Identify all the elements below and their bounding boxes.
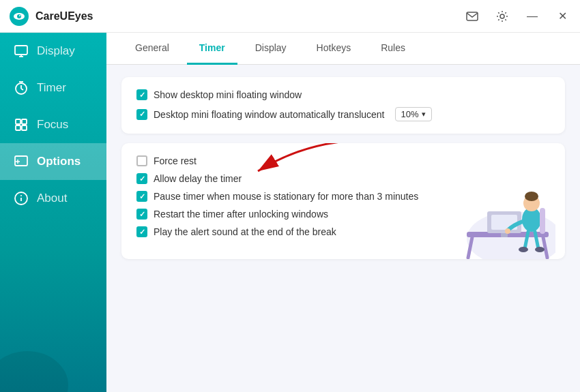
svg-rect-35 (540, 208, 545, 234)
minimize-button[interactable]: — (523, 7, 542, 26)
timer-icon (14, 80, 29, 95)
svg-point-33 (525, 192, 538, 201)
tab-general[interactable]: General (123, 33, 182, 65)
focus-icon (14, 117, 29, 132)
sidebar-item-options[interactable]: Options (0, 143, 106, 180)
label-pause-stationary: Pause timer when mouse is stationary for… (154, 191, 418, 202)
logo-icon (8, 5, 30, 27)
app-title: CareUEyes (35, 10, 93, 22)
svg-point-34 (505, 228, 510, 234)
svg-line-11 (21, 89, 23, 90)
content-area: General Timer Display Hotkeys Rules Show… (106, 33, 580, 392)
display-icon (14, 44, 29, 59)
svg-rect-30 (501, 233, 508, 237)
checkbox-mini-window[interactable] (136, 89, 147, 100)
panel: Show desktop mini floating window Deskto… (106, 65, 580, 392)
tab-rules[interactable]: Rules (368, 33, 418, 65)
tab-hotkeys[interactable]: Hotkeys (304, 33, 364, 65)
label-force-rest: Force rest (154, 155, 197, 166)
settings-button[interactable] (493, 7, 512, 26)
label-translucent: Desktop mini floating window automatical… (154, 109, 385, 120)
sidebar-item-display[interactable]: Display (0, 33, 106, 70)
tab-display[interactable]: Display (243, 33, 299, 65)
svg-point-3 (19, 15, 20, 16)
dropdown-arrow-icon: ▾ (422, 110, 426, 119)
options-icon (14, 154, 29, 169)
sidebar-label-focus: Focus (37, 118, 68, 132)
checkbox-allow-delay[interactable] (136, 173, 147, 184)
checkbox-translucent[interactable] (136, 109, 147, 120)
svg-rect-14 (22, 119, 27, 124)
svg-rect-13 (16, 119, 20, 124)
card-floating-window: Show desktop mini floating window Deskto… (121, 77, 565, 134)
main-layout: Display Timer Focus (0, 33, 580, 392)
svg-rect-15 (16, 125, 20, 130)
svg-point-39 (535, 247, 545, 252)
illustration-person-desk (412, 170, 555, 259)
svg-point-38 (519, 247, 528, 252)
sidebar-item-about[interactable]: About (0, 180, 106, 217)
label-restart-unlock: Restart the timer after unlocking window… (154, 209, 328, 220)
sidebar-item-focus[interactable]: Focus (0, 106, 106, 143)
app-logo: CareUEyes (8, 5, 93, 27)
sidebar-label-timer: Timer (37, 81, 66, 95)
checkbox-alert-sound[interactable] (136, 226, 147, 237)
checkbox-restart-unlock[interactable] (136, 209, 147, 220)
sidebar-label-about: About (37, 192, 67, 205)
tab-timer[interactable]: Timer (187, 33, 237, 65)
checkbox-pause-stationary[interactable] (136, 191, 147, 202)
svg-point-22 (20, 195, 22, 196)
checkbox-row-translucent: Desktop mini floating window automatical… (136, 107, 550, 121)
translucent-value: 10% (401, 109, 419, 119)
sidebar-label-display: Display (37, 44, 75, 58)
close-button[interactable]: ✕ (553, 7, 572, 26)
svg-point-5 (500, 14, 504, 18)
card-timer-options: Force rest Allow delay the timer Pause t… (121, 143, 565, 259)
svg-rect-6 (15, 46, 27, 55)
svg-rect-17 (15, 156, 27, 166)
label-mini-window: Show desktop mini floating window (154, 89, 302, 100)
label-alert-sound: Play the alert sound at the end of the b… (154, 226, 336, 237)
svg-point-2 (17, 14, 21, 18)
checkbox-row-force-rest: Force rest (136, 155, 550, 166)
sidebar-label-options: Options (37, 155, 81, 168)
window-controls: — ✕ (463, 7, 572, 26)
svg-rect-4 (467, 12, 478, 20)
translucent-dropdown[interactable]: 10% ▾ (395, 107, 432, 121)
title-bar: CareUEyes — ✕ (0, 0, 580, 33)
about-icon (14, 191, 29, 206)
tabs-bar: General Timer Display Hotkeys Rules (106, 33, 580, 65)
mail-button[interactable] (463, 7, 482, 26)
sidebar-item-timer[interactable]: Timer (0, 70, 106, 106)
checkbox-force-rest[interactable] (136, 155, 147, 166)
svg-rect-16 (22, 125, 27, 130)
sidebar: Display Timer Focus (0, 33, 106, 392)
checkbox-row-mini-window: Show desktop mini floating window (136, 89, 550, 100)
label-allow-delay: Allow delay the timer (154, 173, 242, 184)
